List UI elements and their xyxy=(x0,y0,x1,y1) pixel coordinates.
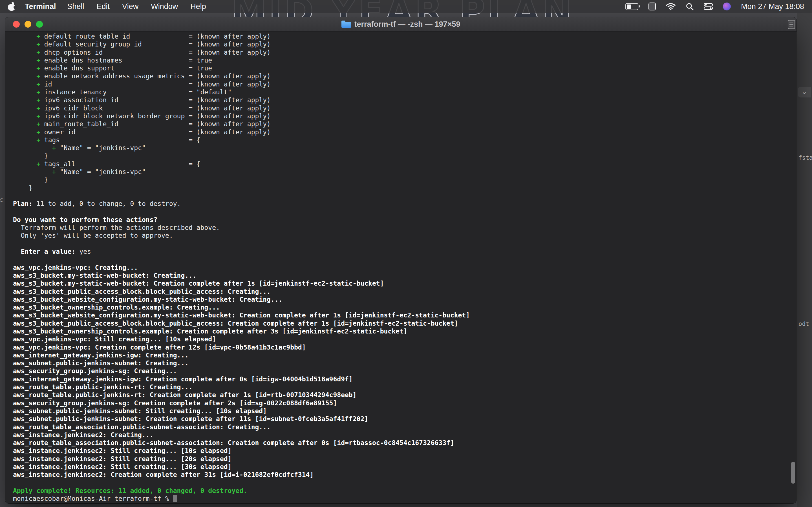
siri-icon[interactable] xyxy=(723,3,731,10)
search-icon[interactable] xyxy=(686,3,694,10)
terminal-line: aws_subnet.public-jenkins-subnet: Still … xyxy=(13,407,797,415)
terminal-text: aws_security_group.jenkins-sg: Creation … xyxy=(13,399,337,407)
terminal-line: + owner_id = (known after apply) xyxy=(13,128,797,136)
window-title: terraform-tf — -zsh — 197×59 xyxy=(342,20,460,29)
terminal-text: } xyxy=(13,176,48,183)
terminal-line: aws_internet_gateway.jenkins-igw: Creati… xyxy=(13,351,797,359)
menu-item-edit[interactable]: Edit xyxy=(97,2,110,11)
terminal-text: } xyxy=(13,184,33,191)
terminal-text: ipv6_association_id = (known after apply… xyxy=(44,96,271,104)
terminal-line: + enable_dns_hostnames = true xyxy=(13,56,797,64)
menu-items: ShellEditViewWindowHelp xyxy=(67,2,206,11)
terminal-line: } xyxy=(13,184,797,192)
background-text-fragment: odt xyxy=(799,321,809,327)
scroll-pager-icon[interactable] xyxy=(788,20,795,29)
terminal-text: aws_vpc.jenkins-vpc: Still creating... [… xyxy=(13,335,216,343)
window-title-bar[interactable]: terraform-tf — -zsh — 197×59 xyxy=(5,17,797,32)
terminal-text: Apply complete! Resources: 11 added, 0 c… xyxy=(13,487,247,494)
apple-menu-icon[interactable] xyxy=(8,2,15,11)
menu-item-window[interactable]: Window xyxy=(151,2,178,11)
terminal-text: aws_s3_bucket.my-static-web-bucket: Crea… xyxy=(13,280,384,287)
chevron-down-icon[interactable]: ⌄ xyxy=(798,87,811,98)
terminal-text: main_route_table_id = (known after apply… xyxy=(44,120,271,128)
terminal-text: + xyxy=(13,160,44,168)
apple-bite xyxy=(13,5,17,9)
terminal-text: Do you want to perform these actions? xyxy=(13,216,157,223)
terminal-line: aws_s3_bucket_website_configuration.my-s… xyxy=(13,311,797,319)
terminal-text: aws_route_table.public-jenkins-rt: Creat… xyxy=(13,383,193,391)
terminal-line xyxy=(13,192,797,200)
wifi-icon[interactable] xyxy=(666,3,675,10)
menu-item-help[interactable]: Help xyxy=(190,2,206,11)
battery-icon[interactable] xyxy=(625,3,638,10)
terminal-line: Do you want to perform these actions? xyxy=(13,216,797,224)
terminal-line: aws_instance.jenkinsec2: Still creating.… xyxy=(13,463,797,471)
terminal-text: aws_route_table_association.public-subne… xyxy=(13,424,271,431)
zoom-button[interactable] xyxy=(36,21,43,27)
terminal-line: aws_s3_bucket.my-static-web-bucket: Crea… xyxy=(13,272,797,279)
terminal-line xyxy=(13,479,797,487)
menu-item-shell[interactable]: Shell xyxy=(67,2,84,11)
menu-item-view[interactable]: View xyxy=(122,2,139,11)
terminal-line: } xyxy=(13,152,797,160)
terminal-line: + main_route_table_id = (known after app… xyxy=(13,120,797,128)
terminal-line: aws_s3_bucket_ownership_controls.example… xyxy=(13,303,797,311)
terminal-text: aws_instance.jenkinsec2: Still creating.… xyxy=(13,447,232,454)
terminal-line: + default_route_table_id = (known after … xyxy=(13,33,797,40)
terminal-line: aws_instance.jenkinsec2: Creating... xyxy=(13,431,797,439)
background-text-fragment: fstat xyxy=(799,154,812,161)
terminal-line: Plan: 11 to add, 0 to change, 0 to destr… xyxy=(13,200,797,208)
terminal-text: tags_all = { xyxy=(44,160,200,168)
terminal-text: + xyxy=(13,136,44,144)
menu-bar-status-area: Mon 27 May 18:08 xyxy=(625,2,804,11)
terminal-line: aws_vpc.jenkins-vpc: Creation complete a… xyxy=(13,343,797,351)
menu-bar: Terminal ShellEditViewWindowHelp Mon 27 … xyxy=(0,0,812,13)
terminal-text: + xyxy=(13,57,44,64)
terminal-line xyxy=(13,208,797,216)
terminal-text: Enter a value: xyxy=(13,248,79,255)
menu-bar-clock[interactable]: Mon 27 May 18:08 xyxy=(741,2,804,11)
terminal-line: aws_subnet.public-jenkins-subnet: Creati… xyxy=(13,415,797,423)
terminal-text: aws_subnet.public-jenkins-subnet: Still … xyxy=(13,407,267,414)
terminal-text: + xyxy=(13,33,44,40)
control-center-icon[interactable] xyxy=(704,3,713,10)
terminal-line: + id = (known after apply) xyxy=(13,80,797,88)
menu-app-name[interactable]: Terminal xyxy=(25,2,56,11)
terminal-line: aws_security_group.jenkins-sg: Creation … xyxy=(13,399,797,407)
terminal-text: } xyxy=(13,152,48,159)
terminal-text: aws_internet_gateway.jenkins-igw: Creati… xyxy=(13,376,353,383)
terminal-line: + ipv6_cidr_block_network_border_group =… xyxy=(13,112,797,120)
terminal-cursor xyxy=(173,495,177,502)
terminal-text: default_route_table_id = (known after ap… xyxy=(44,33,271,40)
terminal-text: aws_route_table_association.public-subne… xyxy=(13,439,454,446)
menu-extra-icon[interactable] xyxy=(649,3,656,10)
terminal-text: aws_instance.jenkinsec2: Still creating.… xyxy=(13,463,232,470)
terminal-line: } xyxy=(13,176,797,184)
terminal-text: id = (known after apply) xyxy=(44,80,271,88)
terminal-text: owner_id = (known after apply) xyxy=(44,128,271,136)
terminal-line: + enable_dns_support = true xyxy=(13,64,797,72)
terminal-line: aws_instance.jenkinsec2: Still creating.… xyxy=(13,455,797,463)
terminal-line: aws_s3_bucket_public_access_block.block_… xyxy=(13,320,797,327)
terminal-output[interactable]: + default_route_table_id = (known after … xyxy=(5,31,797,503)
terminal-line: aws_route_table.public-jenkins-rt: Creat… xyxy=(13,383,797,391)
terminal-text: aws_subnet.public-jenkins-subnet: Creati… xyxy=(13,359,189,367)
traffic-lights xyxy=(13,21,43,27)
terminal-line: aws_subnet.public-jenkins-subnet: Creati… xyxy=(13,359,797,367)
terminal-line: + enable_network_address_usage_metrics =… xyxy=(13,72,797,80)
scrollbar-thumb[interactable] xyxy=(791,462,795,484)
terminal-text: aws_instance.jenkinsec2: Creation comple… xyxy=(13,471,313,478)
terminal-line: aws_instance.jenkinsec2: Creation comple… xyxy=(13,471,797,478)
terminal-line: + instance_tenancy = "default" xyxy=(13,88,797,96)
terminal-line: + "Name" = "jenkins-vpc" xyxy=(13,144,797,152)
terminal-line xyxy=(13,240,797,247)
terminal-text: ipv6_cidr_block = (known after apply) xyxy=(44,105,271,112)
close-button[interactable] xyxy=(13,21,20,27)
terminal-text: + xyxy=(13,64,44,72)
terminal-text: Plan: xyxy=(13,200,33,207)
terminal-text: instance_tenancy = "default" xyxy=(44,89,232,96)
minimize-button[interactable] xyxy=(24,21,31,27)
terminal-window: terraform-tf — -zsh — 197×59 + default_r… xyxy=(5,17,797,503)
terminal-line: + dhcp_options_id = (known after apply) xyxy=(13,48,797,56)
window-title-text: terraform-tf — -zsh — 197×59 xyxy=(354,20,460,29)
